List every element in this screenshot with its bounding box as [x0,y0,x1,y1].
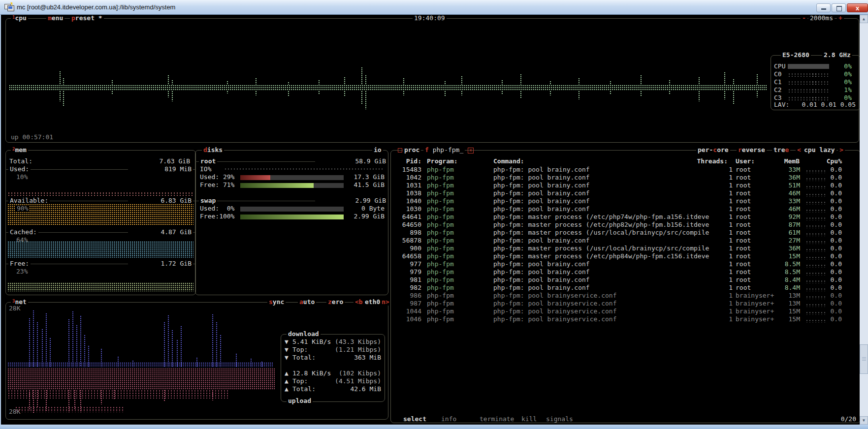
scrollbar[interactable]: ▲ ▼ [860,15,868,425]
close-button[interactable]: x [847,3,868,12]
minimize-button[interactable] [816,3,831,12]
net-interface-prev-button[interactable]: <b [354,299,364,306]
process-row[interactable]: 1030php-fpmphp-fpm: pool brainy.conf1roo… [390,205,859,213]
filter-clear-icon[interactable]: x [468,148,474,153]
process-row[interactable]: 64650php-fpmphp-fpm: master process (/et… [390,221,859,229]
net-upload-spike [74,390,76,409]
net-download-spike [220,335,222,367]
interval-increase-button[interactable]: + [837,15,844,22]
io-toggle-button[interactable]: io [372,147,383,153]
process-row[interactable]: 1031php-fpmphp-fpm: pool brainy.conf1roo… [390,182,859,189]
net-download-spike [216,322,218,367]
process-row[interactable]: 56878php-fpmphp-fpm: pool brainy.conf1ro… [390,237,859,245]
disk-root-used-bar [240,175,344,180]
process-pid: 987 [392,300,421,307]
process-row[interactable]: 979php-fpmphp-fpm: pool brainy.conf1root… [390,268,859,276]
net-zero-button[interactable]: zero [326,299,345,306]
net-upload-spike [45,390,48,411]
process-cpu: 0.0 [817,182,842,189]
process-row[interactable]: 898php-fpmphp-fpm: master process (/usr/… [390,229,859,237]
process-program: php-fpm [427,214,454,220]
signals-button[interactable]: signals [545,416,575,423]
net-interface-next-button[interactable]: n> [380,299,391,306]
process-user: root [736,166,751,173]
cpu-graph-spike [610,81,612,85]
download-stat-arrow-icon: ▼ [285,338,289,345]
disks-box-title: disks [202,147,224,153]
process-row[interactable]: 64641php-fpmphp-fpm: master process (/et… [390,213,859,221]
cpu-graph-spike [549,81,552,85]
scrollbar-up-icon[interactable]: ▲ [860,15,868,23]
sort-next-button[interactable]: > [838,147,845,153]
download-stat-arrow-icon: ▼ [285,346,289,353]
process-command: php-fpm: pool brainy.conf [493,284,590,291]
cpu-graph-spike [733,79,735,85]
net-sync-button[interactable]: sync [267,299,286,306]
kill-button[interactable]: kill [520,416,538,423]
window-titlebar[interactable]: mc [root@ub24.itdeveloper.com.ua]:/lib/s… [0,0,868,15]
net-auto-button[interactable]: auto [298,299,316,306]
process-cpu: 0.0 [817,269,842,276]
window-border-left [0,15,1,425]
process-row[interactable]: 64658php-fpmphp-fpm: master process (/et… [390,252,859,260]
cpu-graph-spike [724,72,726,85]
process-row[interactable]: 986php-fpmphp-fpm: pool brainyservice.co… [390,292,859,300]
process-row[interactable]: 900php-fpmphp-fpm: master process (/usr/… [390,245,859,252]
process-row[interactable]: 1046php-fpmphp-fpm: pool brainyservice.c… [390,315,859,323]
scrollbar-thumb[interactable] [860,344,868,374]
process-row[interactable]: 1044php-fpmphp-fpm: pool brainyservice.c… [390,307,859,315]
sort-prev-button[interactable]: < [796,147,803,153]
column-header-threads[interactable]: Threads: [675,158,728,165]
process-mem: 36M [768,174,800,181]
upload-stat-value: (4.51 Mibps) [315,378,381,385]
mem-available-percent: 90% [15,205,30,212]
terminate-button[interactable]: terminate [478,416,515,423]
column-header-command[interactable]: Command: [493,158,524,165]
cpu-graph-spike [698,91,701,101]
process-row[interactable]: 987php-fpmphp-fpm: pool brainyservice.co… [390,300,859,307]
upload-stat-arrow-icon: ▲ [285,370,289,377]
tree-toggle[interactable]: tree [772,147,790,153]
reverse-toggle[interactable]: reverse [737,147,767,153]
process-row[interactable]: 977php-fpmphp-fpm: pool brainy.conf1root… [390,260,859,268]
proc-filter-input[interactable]: f php-fpm_ [423,147,465,153]
column-header-user[interactable]: User: [736,158,755,165]
process-mem: 51M [768,182,800,189]
process-row[interactable]: 1042php-fpmphp-fpm: pool brainy.conf1roo… [390,174,859,182]
process-mem: 61M [768,229,800,236]
upload-stat-arrow-icon: ▲ [285,386,289,393]
process-program: php-fpm [427,253,454,260]
putty-app-icon[interactable] [4,3,14,11]
preset-button[interactable]: preset * [70,15,104,22]
info-button[interactable]: info [440,416,458,423]
column-header-program[interactable]: Program: [427,158,458,165]
core-usage-dots-active [811,89,816,92]
process-row[interactable]: 1038php-fpmphp-fpm: pool brainy.conf1roo… [390,189,859,197]
maximize-button[interactable] [832,3,846,12]
process-cpu: 0.0 [817,284,842,291]
process-user: root [736,261,751,268]
cpu-graph-spike [403,91,405,95]
scrollbar-down-icon[interactable]: ▼ [860,416,868,425]
process-row[interactable]: 1040php-fpmphp-fpm: pool brainy.conf1roo… [390,197,859,205]
mem-used-percent: 10% [16,174,28,181]
net-upload-mid-graph [7,390,229,398]
per-core-toggle[interactable]: per-core [696,147,730,153]
interval-decrease-button[interactable]: - [801,15,807,22]
process-row[interactable]: 15483php-fpmphp-fpm: pool brainy.conf1ro… [390,166,859,174]
mem-available-value: 6.83 GiB [128,197,193,204]
process-program: php-fpm [427,261,454,268]
column-header-memb[interactable]: MemB [768,158,800,165]
disk-root-used-value: 17.3 GiB [345,174,385,181]
process-row[interactable]: 981php-fpmphp-fpm: pool brainy.conf1root… [390,276,859,284]
process-row[interactable]: 982php-fpmphp-fpm: pool brainy.conf1root… [390,284,859,292]
menu-button[interactable]: menu [46,15,64,22]
select-button[interactable]: select [402,416,428,423]
column-header-pid[interactable]: Pid: [392,158,421,165]
process-command: php-fpm: pool brainyservice.conf [493,300,616,307]
process-command: php-fpm: pool brainy.conf [493,269,590,276]
process-user: root [736,182,751,189]
mem-used-value: 819 MiB [128,166,193,173]
net-upload-spike [100,390,103,404]
column-header-cpu[interactable]: Cpu% [817,158,842,165]
